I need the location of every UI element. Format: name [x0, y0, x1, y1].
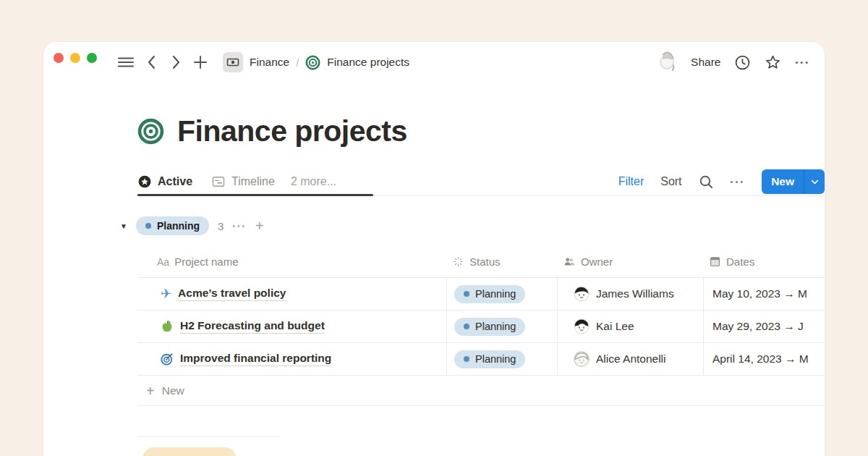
next-group-pill[interactable] — [142, 447, 237, 456]
owner-cell[interactable]: Kai Lee — [557, 311, 703, 342]
back-button[interactable] — [145, 54, 158, 70]
view-bar: Active Timeline 2 more... Filter Sort ••… — [137, 168, 825, 195]
page-target-icon — [137, 118, 164, 145]
group-toggle-icon[interactable]: ▼ — [120, 222, 127, 230]
project-title[interactable]: Improved financial reporting — [180, 352, 331, 366]
new-row-label: New — [162, 384, 184, 397]
avatar — [574, 318, 590, 334]
star-icon[interactable] — [765, 54, 781, 71]
banknote-icon[interactable] — [223, 52, 243, 72]
group-header: ▼ Planning 3 ••• + — [120, 215, 264, 237]
close-window-button[interactable] — [54, 53, 64, 63]
dates-cell[interactable]: May 10, 2023 → M — [703, 278, 825, 310]
project-title[interactable]: H2 Forecasting and budget — [180, 319, 325, 334]
toolbar-nav: Finance / Finance projects — [117, 42, 409, 83]
breadcrumb-separator: / — [296, 56, 299, 69]
status-dot — [464, 324, 469, 329]
group-count: 3 — [218, 220, 224, 232]
filter-button[interactable]: Filter — [618, 175, 644, 188]
tab-more[interactable]: 2 more... — [291, 175, 336, 188]
project-cell[interactable]: Improved financial reporting — [137, 343, 446, 375]
column-dates-label: Dates — [726, 256, 754, 268]
projects-table: Aa Project name Status Owner Dates — [137, 246, 825, 406]
tab-active[interactable]: Active — [137, 174, 192, 189]
airplane-icon: ✈ — [161, 286, 171, 302]
status-dot — [464, 291, 469, 297]
more-options-icon[interactable]: ••• — [795, 59, 810, 67]
project-title[interactable]: Acme’s travel policy — [178, 287, 286, 301]
clock-icon[interactable] — [734, 54, 751, 71]
hamburger-icon[interactable] — [117, 54, 135, 71]
column-dates[interactable]: Dates — [703, 246, 825, 277]
status-cell[interactable]: Planning — [446, 278, 557, 310]
add-page-button[interactable] — [193, 55, 208, 69]
column-owner[interactable]: Owner — [557, 246, 703, 277]
tab-timeline[interactable]: Timeline — [211, 174, 275, 189]
status-label: Planning — [475, 353, 516, 365]
apple-icon — [161, 320, 174, 333]
column-status[interactable]: Status — [446, 246, 557, 277]
column-status-label: Status — [469, 256, 501, 268]
chevron-down-icon[interactable] — [804, 169, 825, 194]
zoom-window-button[interactable] — [87, 53, 97, 63]
project-cell[interactable]: ✈ Acme’s travel policy — [137, 278, 446, 310]
group-status-label: Planning — [157, 220, 200, 232]
table-row: H2 Forecasting and budget Planning Kai L… — [137, 310, 825, 342]
canvas: { "colors": { "background": "#f8f0e7", "… — [0, 0, 868, 456]
table-row: ✈ Acme’s travel policy Planning James Wi… — [137, 277, 825, 310]
dart-target-icon — [161, 352, 174, 366]
share-button[interactable]: Share — [691, 56, 720, 69]
table-header: Aa Project name Status Owner Dates — [137, 246, 825, 277]
view-more-icon[interactable]: ••• — [731, 177, 746, 186]
column-owner-label: Owner — [581, 256, 613, 268]
group-add-icon[interactable]: + — [255, 219, 264, 233]
owner-name: Kai Lee — [596, 320, 634, 333]
group-more-icon[interactable]: ••• — [232, 222, 247, 230]
breadcrumb-parent[interactable]: Finance — [250, 56, 289, 69]
status-cell[interactable]: Planning — [446, 343, 557, 375]
text-column-icon: Aa — [157, 256, 169, 268]
owner-cell[interactable]: James Williams — [557, 278, 703, 310]
search-icon[interactable] — [699, 174, 714, 190]
owner-name: Alice Antonelli — [596, 352, 666, 366]
owner-cell[interactable]: Alice Antonelli — [557, 343, 703, 375]
plus-icon: + — [146, 384, 155, 398]
toolbar-actions: Share ••• — [658, 42, 810, 83]
new-row-button[interactable]: + New — [137, 375, 825, 406]
view-actions: Filter Sort ••• New — [618, 169, 825, 194]
project-cell[interactable]: H2 Forecasting and budget — [137, 311, 446, 342]
dates-cell[interactable]: May 29, 2023 → J — [703, 311, 825, 342]
new-button[interactable]: New — [762, 169, 825, 194]
avatar — [574, 286, 590, 302]
breadcrumb-current[interactable]: Finance projects — [327, 56, 409, 69]
status-dot — [145, 223, 151, 229]
forward-button[interactable] — [169, 54, 182, 70]
owner-name: James Williams — [596, 287, 674, 300]
breadcrumb: Finance / Finance projects — [223, 52, 409, 72]
column-project-name[interactable]: Aa Project name — [137, 246, 446, 277]
tab-timeline-label: Timeline — [231, 175, 275, 188]
people-icon — [563, 256, 576, 269]
tab-active-label: Active — [158, 175, 192, 188]
status-cell[interactable]: Planning — [446, 311, 557, 342]
new-button-label[interactable]: New — [762, 169, 804, 194]
minimize-window-button[interactable] — [70, 53, 80, 63]
notion-window: Finance / Finance projects Share ••• Fin… — [43, 42, 825, 456]
dates-cell[interactable]: April 14, 2023 → M — [703, 343, 825, 375]
star-circle-icon — [137, 174, 152, 189]
calendar-icon — [709, 256, 721, 268]
page-header: Finance projects — [137, 114, 407, 148]
table-row: Improved financial reporting Planning Al… — [137, 342, 825, 375]
group-status-pill[interactable]: Planning — [136, 216, 209, 235]
column-project-name-label: Project name — [174, 256, 238, 268]
status-label: Planning — [475, 321, 516, 332]
timeline-icon — [211, 174, 226, 189]
status-dot — [464, 356, 469, 362]
avatar-doodle[interactable] — [658, 51, 677, 73]
avatar — [574, 351, 590, 367]
sort-button[interactable]: Sort — [660, 175, 681, 188]
active-tab-underline — [137, 194, 373, 196]
page-title: Finance projects — [177, 114, 407, 148]
collapsed-divider — [137, 436, 279, 437]
status-burst-icon — [452, 256, 464, 268]
